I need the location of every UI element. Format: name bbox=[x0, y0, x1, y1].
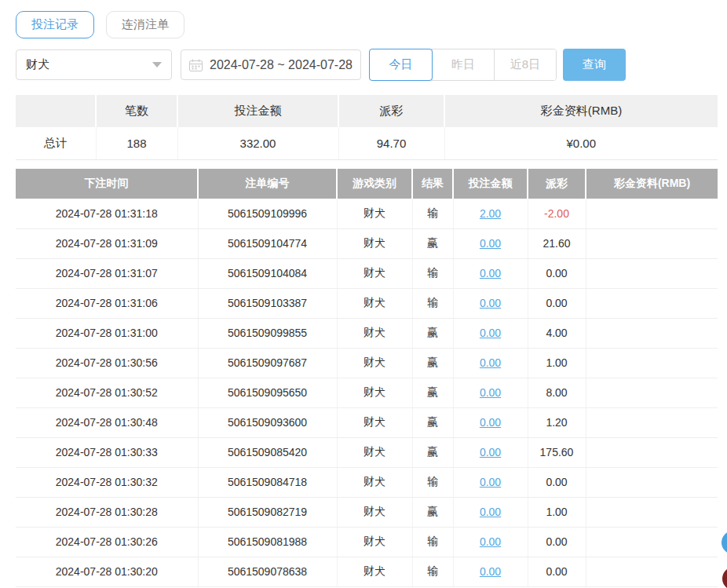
game-type-cell: 财犬 bbox=[337, 437, 412, 467]
table-row: 2024-07-28 01:30:52 5061509095650 财犬 赢 0… bbox=[16, 378, 718, 407]
payout-cell: 4.00 bbox=[528, 318, 586, 348]
bet-amount-link[interactable]: 0.00 bbox=[480, 506, 501, 518]
betting-records-page: 投注记录 连消注单 财犬 2024-07-28 ~ 2024-07-28 bbox=[0, 0, 727, 588]
summary-header-row: 笔数 投注金额 派彩 彩金资料(RMB) bbox=[16, 95, 718, 127]
bet-amount-cell: 0.00 bbox=[453, 318, 528, 348]
chevron-down-icon bbox=[152, 62, 162, 68]
records-table: 下注时间 注单编号 游戏类别 结果 投注金额 派彩 彩金资料(RMB) 2024… bbox=[16, 169, 718, 587]
payout-cell: 1.20 bbox=[528, 407, 586, 437]
header-result: 结果 bbox=[412, 169, 453, 199]
quick-range-last8days[interactable]: 近8日 bbox=[494, 49, 556, 80]
result-cell: 赢 bbox=[412, 318, 453, 348]
summary-header-count: 笔数 bbox=[96, 95, 177, 127]
tab-label: 连消注单 bbox=[122, 17, 169, 32]
payout-cell: 0.00 bbox=[528, 527, 586, 557]
bet-amount-link[interactable]: 0.00 bbox=[480, 386, 501, 399]
bet-amount-link[interactable]: 0.00 bbox=[480, 476, 501, 488]
header-order-number: 注单编号 bbox=[198, 169, 337, 199]
bet-amount-cell: 0.00 bbox=[453, 407, 528, 437]
result-cell: 输 bbox=[412, 258, 453, 288]
bet-amount-cell: 0.00 bbox=[453, 527, 528, 557]
game-type-cell: 财犬 bbox=[337, 407, 412, 437]
result-cell: 赢 bbox=[412, 497, 453, 527]
bet-time-cell: 2024-07-28 01:30:32 bbox=[16, 467, 198, 497]
bet-amount-cell: 0.00 bbox=[453, 467, 528, 497]
bet-time-cell: 2024-07-28 01:30:28 bbox=[16, 497, 198, 527]
bet-amount-link[interactable]: 0.00 bbox=[480, 416, 501, 429]
summary-header-bet-amount: 投注金额 bbox=[177, 95, 338, 127]
order-number-cell: 5061509093600 bbox=[198, 407, 337, 437]
bet-amount-cell: 0.00 bbox=[453, 348, 528, 378]
table-row: 2024-07-28 01:30:56 5061509097687 财犬 赢 0… bbox=[16, 348, 718, 378]
bonus-cell bbox=[586, 288, 718, 318]
order-number-cell: 5061509104774 bbox=[198, 228, 337, 258]
bet-time-cell: 2024-07-28 01:30:26 bbox=[16, 527, 198, 557]
bet-amount-cell: 0.00 bbox=[453, 557, 528, 586]
payout-cell: 1.00 bbox=[528, 497, 586, 527]
date-range-input[interactable]: 2024-07-28 ~ 2024-07-28 bbox=[181, 49, 361, 80]
game-type-cell: 财犬 bbox=[337, 557, 412, 586]
game-type-cell: 财犬 bbox=[337, 378, 412, 407]
game-type-cell: 财犬 bbox=[337, 348, 412, 378]
order-number-cell: 5061509085420 bbox=[198, 437, 337, 467]
floating-service-button[interactable] bbox=[722, 531, 727, 554]
bonus-cell bbox=[586, 437, 718, 467]
date-range-value: 2024-07-28 ~ 2024-07-28 bbox=[210, 58, 353, 72]
result-cell: 赢 bbox=[412, 407, 453, 437]
quick-range-group: 今日 昨日 近8日 bbox=[369, 49, 557, 81]
tab-betting-records[interactable]: 投注记录 bbox=[16, 11, 94, 38]
bet-amount-link[interactable]: 0.00 bbox=[480, 237, 501, 250]
bet-amount-link[interactable]: 2.00 bbox=[480, 207, 501, 220]
bet-amount-cell: 0.00 bbox=[453, 497, 528, 527]
payout-cell: 1.00 bbox=[528, 348, 586, 378]
records-header-row: 下注时间 注单编号 游戏类别 结果 投注金额 派彩 彩金资料(RMB) bbox=[16, 169, 718, 199]
floating-action-button[interactable] bbox=[722, 567, 727, 588]
table-row: 2024-07-28 01:31:00 5061509099855 财犬 赢 0… bbox=[16, 318, 718, 348]
bet-amount-cell: 2.00 bbox=[453, 199, 528, 228]
summary-total-row: 总计 188 332.00 94.70 ¥0.00 bbox=[16, 127, 718, 159]
result-cell: 输 bbox=[412, 199, 453, 228]
bet-time-cell: 2024-07-28 01:30:52 bbox=[16, 378, 198, 407]
result-cell: 输 bbox=[412, 467, 453, 497]
summary-total-label: 总计 bbox=[16, 127, 96, 159]
game-type-cell: 财犬 bbox=[337, 467, 412, 497]
game-select[interactable]: 财犬 bbox=[16, 49, 172, 80]
bet-time-cell: 2024-07-28 01:30:48 bbox=[16, 407, 198, 437]
header-payout: 派彩 bbox=[528, 169, 586, 199]
bet-amount-link[interactable]: 0.00 bbox=[480, 327, 501, 339]
bet-amount-link[interactable]: 0.00 bbox=[480, 356, 501, 369]
tab-cancelled-orders[interactable]: 连消注单 bbox=[106, 11, 184, 38]
table-row: 2024-07-28 01:30:28 5061509082719 财犬 赢 0… bbox=[16, 497, 718, 527]
bet-time-cell: 2024-07-28 01:31:09 bbox=[16, 228, 198, 258]
query-button[interactable]: 查询 bbox=[563, 49, 626, 81]
result-cell: 赢 bbox=[412, 348, 453, 378]
table-row: 2024-07-28 01:30:48 5061509093600 财犬 赢 0… bbox=[16, 407, 718, 437]
bet-time-cell: 2024-07-28 01:30:20 bbox=[16, 557, 198, 586]
payout-cell: 8.00 bbox=[528, 378, 586, 407]
quick-range-yesterday[interactable]: 昨日 bbox=[432, 49, 494, 80]
result-cell: 输 bbox=[412, 527, 453, 557]
bet-time-cell: 2024-07-28 01:31:18 bbox=[16, 199, 198, 228]
order-number-cell: 5061509103387 bbox=[198, 288, 337, 318]
payout-cell: 0.00 bbox=[528, 467, 586, 497]
table-row: 2024-07-28 01:31:18 5061509109996 财犬 输 2… bbox=[16, 199, 718, 228]
game-type-cell: 财犬 bbox=[337, 497, 412, 527]
summary-total-payout: 94.70 bbox=[338, 127, 444, 159]
bet-amount-link[interactable]: 0.00 bbox=[480, 535, 501, 548]
bet-amount-link[interactable]: 0.00 bbox=[480, 297, 501, 309]
bet-amount-link[interactable]: 0.00 bbox=[480, 267, 501, 279]
summary-header-bonus: 彩金资料(RMB) bbox=[444, 95, 718, 127]
bonus-cell bbox=[586, 228, 718, 258]
payout-cell: 0.00 bbox=[528, 288, 586, 318]
bonus-cell bbox=[586, 199, 718, 228]
summary-header-payout: 派彩 bbox=[338, 95, 444, 127]
quick-range-today[interactable]: 今日 bbox=[369, 49, 433, 81]
bet-amount-link[interactable]: 0.00 bbox=[480, 446, 501, 458]
payout-cell: 21.60 bbox=[528, 228, 586, 258]
result-cell: 赢 bbox=[412, 378, 453, 407]
calendar-icon bbox=[189, 59, 203, 71]
bet-amount-link[interactable]: 0.00 bbox=[480, 565, 501, 578]
order-number-cell: 5061509084718 bbox=[198, 467, 337, 497]
bet-time-cell: 2024-07-28 01:31:06 bbox=[16, 288, 198, 318]
table-row: 2024-07-28 01:31:09 5061509104774 财犬 赢 0… bbox=[16, 228, 718, 258]
